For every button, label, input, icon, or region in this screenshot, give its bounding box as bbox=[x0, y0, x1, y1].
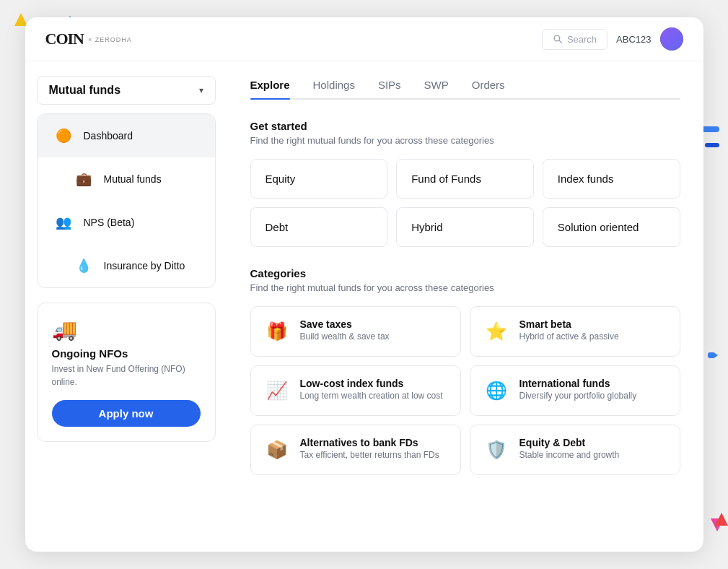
insurance-icon: 💧 bbox=[72, 254, 95, 277]
equity-debt-icon: 🛡️ bbox=[483, 437, 509, 463]
nfo-card: 🚚 Ongoing NFOs Invest in New Fund Offeri… bbox=[37, 303, 216, 442]
apply-now-button[interactable]: Apply now bbox=[52, 400, 201, 427]
equity-debt-title: Equity & Debt bbox=[519, 437, 620, 448]
svg-line-1 bbox=[559, 40, 562, 43]
alternatives-icon: 📦 bbox=[264, 437, 290, 463]
get-started-desc: Find the right mutual funds for you acro… bbox=[250, 135, 680, 146]
nav-right: Search ABC123 bbox=[542, 27, 683, 51]
low-cost-icon: 📈 bbox=[264, 378, 290, 404]
top-nav: COIN × ZERODHA Search ABC123 bbox=[25, 17, 703, 61]
tab-sips[interactable]: SIPs bbox=[378, 79, 401, 98]
avatar[interactable] bbox=[660, 27, 683, 51]
svg-point-0 bbox=[554, 35, 560, 41]
save-taxes-desc: Build wealth & save tax bbox=[300, 331, 390, 342]
sidebar-item-insurance-label: Insurance by Ditto bbox=[104, 260, 185, 272]
fund-type-grid: Equity Fund of Funds Index funds Debt Hy… bbox=[250, 159, 680, 247]
fund-selector[interactable]: Mutual funds ▾ bbox=[37, 76, 216, 105]
sidebar-item-nps-label: NPS (Beta) bbox=[84, 217, 135, 228]
nav-card: 🟠 Dashboard 💼 Mutual funds 👥 NPS (Beta) … bbox=[37, 113, 216, 288]
deco-pink-triangle bbox=[711, 518, 724, 531]
category-low-cost[interactable]: 📈 Low-cost index funds Long term wealth … bbox=[250, 365, 461, 416]
smart-beta-desc: Hybrid of active & passive bbox=[519, 331, 619, 342]
category-save-taxes[interactable]: 🎁 Save taxes Build wealth & save tax bbox=[250, 306, 461, 357]
category-smart-beta[interactable]: ⭐ Smart beta Hybrid of active & passive bbox=[470, 306, 680, 357]
international-info: International funds Diversify your portf… bbox=[519, 378, 637, 401]
deco-red-triangle bbox=[715, 513, 728, 526]
search-icon bbox=[553, 34, 563, 44]
sidebar-item-nps[interactable]: 👥 NPS (Beta) bbox=[38, 201, 215, 244]
low-cost-info: Low-cost index funds Long term wealth cr… bbox=[300, 378, 443, 401]
smart-beta-icon: ⭐ bbox=[483, 318, 509, 344]
low-cost-title: Low-cost index funds bbox=[300, 378, 443, 389]
equity-debt-desc: Stable income and growth bbox=[519, 450, 620, 460]
fund-selector-label: Mutual funds bbox=[49, 84, 121, 97]
tab-holdings[interactable]: Holdings bbox=[313, 79, 355, 98]
sidebar-item-mutual-funds[interactable]: 💼 Mutual funds bbox=[38, 157, 215, 201]
categories-grid: 🎁 Save taxes Build wealth & save tax ⭐ S… bbox=[250, 306, 680, 475]
search-placeholder: Search bbox=[567, 34, 597, 45]
alternatives-desc: Tax efficient, better returns than FDs bbox=[300, 450, 439, 460]
tab-explore[interactable]: Explore bbox=[250, 79, 290, 98]
international-desc: Diversify your portfolio globally bbox=[519, 391, 637, 401]
category-equity-debt[interactable]: 🛡️ Equity & Debt Stable income and growt… bbox=[470, 425, 680, 475]
chevron-down-icon: ▾ bbox=[199, 85, 203, 95]
alternatives-info: Alternatives to bank FDs Tax efficient, … bbox=[300, 437, 439, 460]
nps-icon: 👥 bbox=[52, 211, 75, 234]
low-cost-desc: Long term wealth creation at low cost bbox=[300, 391, 443, 401]
avatar-image bbox=[660, 27, 683, 51]
logo-sub: × ZERODHA bbox=[88, 36, 132, 43]
search-box[interactable]: Search bbox=[542, 29, 608, 50]
sidebar: Mutual funds ▾ 🟠 Dashboard 💼 Mutual fund… bbox=[25, 61, 227, 552]
category-alternatives[interactable]: 📦 Alternatives to bank FDs Tax efficient… bbox=[250, 425, 461, 475]
sidebar-item-dashboard[interactable]: 🟠 Dashboard bbox=[38, 114, 215, 157]
tabs: Explore Holdings SIPs SWP Orders bbox=[250, 79, 680, 100]
sidebar-item-insurance[interactable]: 💧 Insurance by Ditto bbox=[38, 244, 215, 287]
save-taxes-icon: 🎁 bbox=[264, 318, 290, 344]
nfo-icon: 🚚 bbox=[52, 318, 201, 342]
main-card: COIN × ZERODHA Search ABC123 bbox=[25, 17, 703, 552]
nfo-title: Ongoing NFOs bbox=[52, 347, 201, 360]
fund-type-equity[interactable]: Equity bbox=[250, 159, 388, 199]
sidebar-item-dashboard-label: Dashboard bbox=[84, 130, 133, 142]
smart-beta-title: Smart beta bbox=[519, 318, 619, 330]
logo-text: COIN bbox=[45, 30, 84, 48]
tab-swp[interactable]: SWP bbox=[424, 79, 449, 98]
tab-orders[interactable]: Orders bbox=[472, 79, 505, 98]
alternatives-title: Alternatives to bank FDs bbox=[300, 437, 439, 448]
smart-beta-info: Smart beta Hybrid of active & passive bbox=[519, 318, 619, 342]
category-international[interactable]: 🌐 International funds Diversify your por… bbox=[470, 365, 680, 416]
international-title: International funds bbox=[519, 378, 637, 389]
fund-type-solution[interactable]: Solution oriented bbox=[543, 207, 680, 247]
sidebar-item-mutual-funds-label: Mutual funds bbox=[104, 173, 162, 185]
logo-area: COIN × ZERODHA bbox=[45, 30, 132, 48]
mutual-funds-icon: 💼 bbox=[72, 168, 95, 191]
categories-title: Categories bbox=[250, 267, 680, 279]
categories-desc: Find the right mutual funds for you acro… bbox=[250, 282, 680, 293]
main-content: Explore Holdings SIPs SWP Orders Get sta… bbox=[227, 61, 703, 552]
fund-type-hybrid[interactable]: Hybrid bbox=[396, 207, 534, 247]
international-icon: 🌐 bbox=[483, 378, 509, 404]
dashboard-icon: 🟠 bbox=[52, 124, 75, 147]
deco-blue-bar-2 bbox=[705, 143, 719, 147]
content-area: Mutual funds ▾ 🟠 Dashboard 💼 Mutual fund… bbox=[25, 61, 703, 552]
fund-type-index[interactable]: Index funds bbox=[543, 159, 680, 199]
nfo-desc: Invest in New Fund Offering (NFO) online… bbox=[52, 362, 201, 388]
user-id: ABC123 bbox=[616, 34, 651, 45]
fund-type-debt[interactable]: Debt bbox=[250, 207, 388, 247]
fund-type-fof[interactable]: Fund of Funds bbox=[396, 159, 534, 199]
get-started-title: Get started bbox=[250, 120, 680, 132]
equity-debt-info: Equity & Debt Stable income and growth bbox=[519, 437, 620, 460]
save-taxes-info: Save taxes Build wealth & save tax bbox=[300, 318, 390, 342]
save-taxes-title: Save taxes bbox=[300, 318, 390, 330]
deco-blue-arrow bbox=[708, 352, 718, 358]
